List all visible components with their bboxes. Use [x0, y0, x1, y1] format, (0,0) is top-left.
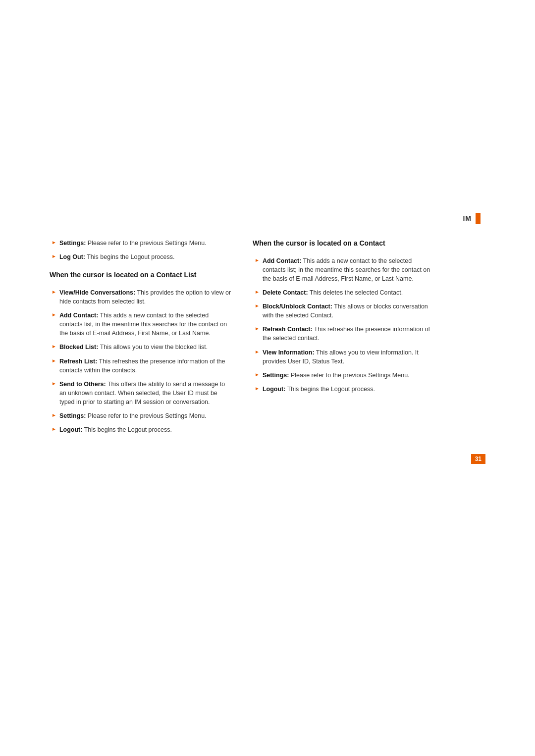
bullet-text: Logout: This begins the Logout process. [59, 425, 172, 434]
bullet-bold: Delete Contact: [263, 289, 308, 296]
bullet-text: View/Hide Conversations: This provides t… [59, 288, 233, 306]
list-item: ► View Information: This allows you to v… [253, 348, 436, 366]
bullet-text: Refresh Contact: This refreshes the pres… [263, 325, 436, 343]
list-item: ► Send to Others: This offers the abilit… [50, 380, 233, 406]
top-blank-area [0, 0, 535, 213]
list-item: ► Blocked List: This allows you to view … [50, 343, 233, 352]
intro-items: ► Settings: Please refer to the previous… [50, 239, 233, 261]
im-label: IM [463, 214, 472, 222]
bullet-text: Settings: Please refer to the previous S… [59, 411, 207, 420]
bullet-bold: Refresh List: [59, 358, 97, 365]
bullet-arrow-icon: ► [52, 253, 56, 259]
list-item: ► Settings: Please refer to the previous… [50, 239, 233, 248]
right-column: When the cursor is located on a Contact … [253, 239, 436, 439]
list-item: ► Refresh List: This refreshes the prese… [50, 357, 233, 375]
bullet-arrow-icon: ► [52, 381, 56, 386]
list-item: ► Block/Unblock Contact: This allows or … [253, 302, 436, 320]
bullet-arrow-icon: ► [52, 358, 56, 363]
bullet-bold: Log Out: [59, 253, 85, 260]
im-orange-bar [476, 213, 481, 224]
list-item: ► Settings: Please refer to the previous… [253, 371, 436, 380]
right-items-group: ► Add Contact: This adds a new contact t… [253, 256, 436, 394]
bullet-text: Block/Unblock Contact: This allows or bl… [263, 302, 436, 320]
bullet-arrow-icon: ► [52, 344, 56, 349]
bullet-text: Blocked List: This allows you to view th… [59, 343, 208, 352]
bullet-desc: This allows you to view the blocked list… [98, 344, 208, 351]
bullet-text: Logout: This begins the Logout process. [263, 385, 375, 394]
page-container: IM ► Settings: Please refer to the previ… [0, 0, 535, 756]
list-item: ► Add Contact: This adds a new contact t… [253, 256, 436, 283]
bullet-arrow-icon: ► [255, 386, 260, 391]
bullet-text: Delete Contact: This deletes the selecte… [263, 288, 403, 297]
left-section-heading-container: When the cursor is located on a Contact … [50, 270, 233, 280]
list-item: ► Refresh Contact: This refreshes the pr… [253, 325, 436, 343]
bullet-bold: Logout: [263, 386, 286, 393]
bullet-arrow-icon: ► [255, 303, 260, 308]
bullet-desc: Please refer to the previous Settings Me… [86, 412, 206, 419]
bullet-desc: This begins the Logout process. [85, 253, 174, 260]
im-header: IM [0, 213, 535, 224]
bullet-text: Refresh List: This refreshes the presenc… [59, 357, 233, 375]
bullet-text: View Information: This allows you to vie… [263, 348, 436, 366]
bullet-bold: Settings: [59, 412, 86, 419]
bullet-text: Send to Others: This offers the ability … [59, 380, 233, 406]
bullet-text: Settings: Please refer to the previous S… [263, 371, 410, 380]
bullet-arrow-icon: ► [52, 240, 56, 245]
list-item: ► Settings: Please refer to the previous… [50, 411, 233, 420]
bullet-text: Add Contact: This adds a new contact to … [59, 311, 233, 338]
bullet-bold: Blocked List: [59, 344, 99, 351]
bullet-desc: This deletes the selected Contact. [308, 289, 403, 296]
bullet-arrow-icon: ► [52, 312, 56, 317]
bullet-bold: View Information: [263, 349, 315, 356]
left-section-heading: When the cursor is located on a Contact … [50, 270, 233, 280]
bullet-text: Add Contact: This adds a new contact to … [263, 256, 436, 283]
list-item: ► View/Hide Conversations: This provides… [50, 288, 233, 306]
bullet-bold: Logout: [59, 426, 83, 433]
bullet-bold: Add Contact: [59, 312, 98, 319]
bullet-bold: View/Hide Conversations: [59, 289, 135, 296]
bullet-arrow-icon: ► [255, 257, 260, 263]
left-column: ► Settings: Please refer to the previous… [50, 239, 233, 439]
bullet-desc: This begins the Logout process. [82, 426, 171, 433]
bullet-arrow-icon: ► [255, 349, 260, 354]
list-item: ► Delete Contact: This deletes the selec… [253, 288, 436, 297]
bullet-arrow-icon: ► [52, 426, 56, 432]
bullet-bold: Send to Others: [59, 381, 106, 388]
bullet-bold: Settings: [263, 372, 289, 379]
bullet-desc: This begins the Logout process. [285, 386, 374, 393]
right-section-heading-container: When the cursor is located on a Contact [253, 239, 436, 249]
bullet-arrow-icon: ► [52, 289, 56, 295]
page-number-badge: 31 [471, 454, 485, 464]
right-section-heading: When the cursor is located on a Contact [253, 239, 436, 249]
bullet-bold: Block/Unblock Contact: [263, 303, 332, 310]
bullet-bold: Add Contact: [263, 257, 301, 264]
bullet-arrow-icon: ► [255, 326, 260, 331]
bullet-arrow-icon: ► [52, 412, 56, 418]
bullet-text: Settings: Please refer to the previous S… [59, 239, 207, 248]
page-number-container: 31 [0, 454, 535, 464]
bullet-bold: Refresh Contact: [263, 326, 313, 333]
content-area: ► Settings: Please refer to the previous… [0, 239, 535, 439]
bullet-arrow-icon: ► [255, 289, 260, 295]
bullet-arrow-icon: ► [255, 372, 260, 377]
bullet-bold: Settings: [59, 240, 86, 247]
list-item: ► Log Out: This begins the Logout proces… [50, 252, 233, 261]
list-item: ► Add Contact: This adds a new contact t… [50, 311, 233, 338]
bullet-desc: Please refer to the previous Settings Me… [289, 372, 409, 379]
list-item: ► Logout: This begins the Logout process… [253, 385, 436, 394]
left-items-group: ► View/Hide Conversations: This provides… [50, 288, 233, 435]
list-item: ► Logout: This begins the Logout process… [50, 425, 233, 434]
bullet-desc: Please refer to the previous Settings Me… [86, 240, 206, 247]
bullet-text: Log Out: This begins the Logout process. [59, 252, 175, 261]
